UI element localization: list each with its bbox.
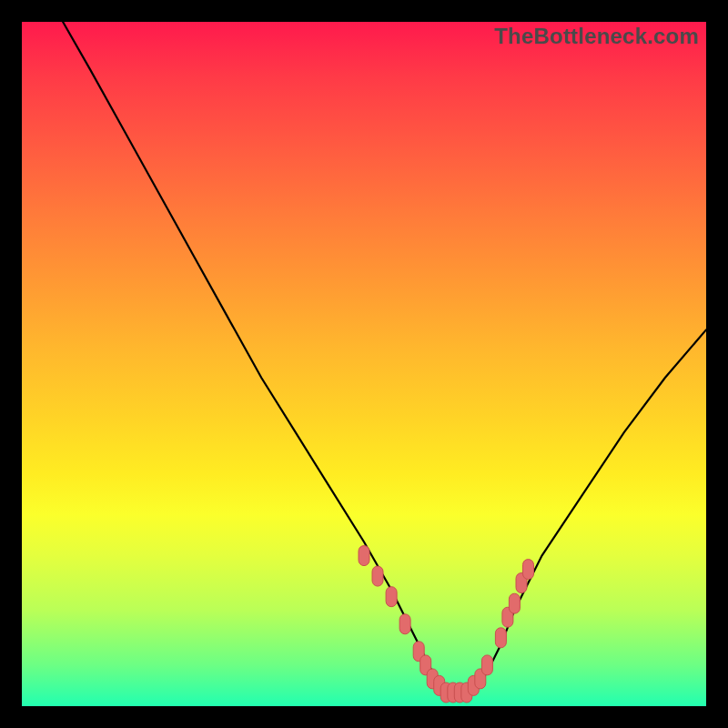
marker-pill: [523, 560, 534, 580]
marker-pill: [454, 682, 465, 703]
marker-pill: [495, 628, 506, 648]
marker-pill: [509, 593, 520, 613]
marker-pill: [502, 607, 513, 627]
marker-pill: [427, 669, 438, 689]
bottleneck-curve: [22, 22, 706, 706]
marker-pill: [468, 675, 479, 695]
curve-markers: [359, 546, 534, 703]
watermark-text: TheBottleneck.com: [494, 24, 699, 49]
curve-line: [63, 22, 706, 693]
plot-area: TheBottleneck.com: [22, 22, 706, 706]
marker-pill: [481, 655, 492, 675]
marker-pill: [440, 682, 451, 703]
marker-pill: [516, 573, 527, 593]
marker-pill: [448, 682, 459, 703]
marker-pill: [420, 655, 431, 675]
marker-pill: [399, 614, 410, 634]
marker-pill: [359, 546, 369, 566]
marker-pill: [372, 566, 383, 586]
marker-pill: [475, 669, 486, 689]
marker-pill: [386, 587, 397, 607]
marker-pill: [413, 642, 424, 662]
marker-pill: [434, 675, 445, 695]
marker-pill: [461, 682, 472, 703]
